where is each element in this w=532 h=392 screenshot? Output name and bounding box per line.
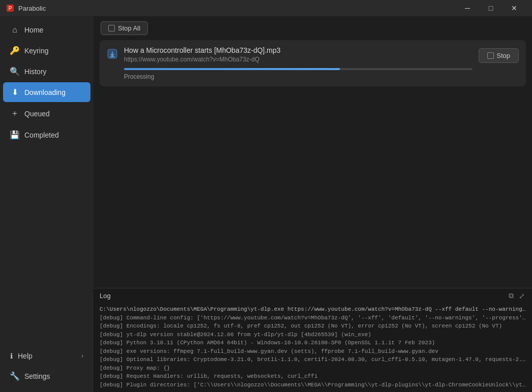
log-line: [debug] Command-line config: ['https://w… bbox=[100, 314, 526, 322]
log-line: C:\Users\nlogozzo\Documents\MEGA\Program… bbox=[100, 305, 526, 314]
sidebar-item-keyring[interactable]: 🔑 Keyring bbox=[3, 41, 90, 60]
log-popout-button[interactable]: ⧉ bbox=[508, 290, 515, 301]
sidebar-item-keyring-label: Keyring bbox=[24, 47, 48, 55]
queued-icon: ＋ bbox=[10, 108, 19, 119]
close-button[interactable]: ✕ bbox=[503, 0, 526, 16]
log-line: [debug] Proxy map: {} bbox=[100, 364, 526, 373]
download-status: Processing bbox=[124, 73, 473, 80]
log-line: [debug] Python 3.10.11 (CPython AMD64 64… bbox=[100, 339, 526, 347]
window-controls: ─ □ ✕ bbox=[456, 0, 526, 16]
stop-all-label: Stop All bbox=[118, 24, 140, 32]
help-icon: ℹ bbox=[10, 352, 13, 360]
progress-bar-background bbox=[124, 68, 473, 70]
log-title: Log bbox=[100, 292, 111, 300]
log-line: [debug] exe versions: ffmpeg 7.1-full_bu… bbox=[100, 347, 526, 356]
log-header: Log ⧉ ⤢ bbox=[93, 288, 532, 303]
download-list: How a Microcontroller starts [MhOba73z-d… bbox=[93, 40, 532, 288]
sidebar-item-downloading-label: Downloading bbox=[24, 88, 66, 96]
sidebar-bottom: ℹ Help › 🔧 Settings bbox=[3, 347, 90, 388]
log-icon-buttons: ⧉ ⤢ bbox=[508, 290, 526, 301]
stop-label: Stop bbox=[496, 52, 510, 59]
sidebar-item-downloading[interactable]: ⬇ Downloading bbox=[3, 82, 90, 102]
download-item: How a Microcontroller starts [MhOba73z-d… bbox=[100, 40, 526, 86]
log-content: C:\Users\nlogozzo\Documents\MEGA\Program… bbox=[93, 303, 532, 392]
history-icon: 🔍 bbox=[10, 67, 19, 76]
app-title: Parabolic bbox=[18, 5, 456, 12]
sidebar-item-completed[interactable]: 💾 Completed bbox=[3, 125, 90, 145]
chevron-right-icon: › bbox=[81, 352, 83, 360]
log-line: [debug] Request Handlers: urllib, reques… bbox=[100, 372, 526, 381]
sidebar-item-help[interactable]: ℹ Help › bbox=[3, 347, 90, 365]
sidebar-item-history[interactable]: 🔍 History bbox=[3, 61, 90, 81]
keyring-icon: 🔑 bbox=[10, 46, 19, 55]
sidebar: ⌂ Home 🔑 Keyring 🔍 History ⬇ Downloading… bbox=[0, 16, 93, 392]
log-line: [debug] Encodings: locale cp1252, fs utf… bbox=[100, 322, 526, 331]
download-info: How a Microcontroller starts [MhOba73z-d… bbox=[124, 46, 473, 80]
stop-checkbox bbox=[487, 52, 494, 59]
sidebar-item-home-label: Home bbox=[24, 26, 43, 34]
sidebar-item-settings[interactable]: 🔧 Settings bbox=[3, 366, 90, 386]
stop-all-button[interactable]: Stop All bbox=[101, 21, 148, 35]
log-line: [debug] yt-dlp version stable@2024.12.06… bbox=[100, 331, 526, 339]
completed-icon: 💾 bbox=[10, 130, 19, 140]
downloading-icon: ⬇ bbox=[10, 87, 19, 97]
main-layout: ⌂ Home 🔑 Keyring 🔍 History ⬇ Downloading… bbox=[0, 16, 532, 392]
sidebar-item-history-label: History bbox=[24, 68, 47, 76]
titlebar: P Parabolic ─ □ ✕ bbox=[0, 0, 532, 16]
home-icon: ⌂ bbox=[10, 25, 19, 35]
log-expand-button[interactable]: ⤢ bbox=[518, 290, 526, 301]
toolbar: Stop All bbox=[93, 16, 532, 40]
stop-button[interactable]: Stop bbox=[479, 48, 519, 63]
sidebar-item-home[interactable]: ⌂ Home bbox=[3, 20, 90, 40]
sidebar-item-settings-label: Settings bbox=[24, 372, 50, 380]
download-actions: Stop bbox=[479, 48, 519, 63]
svg-text:P: P bbox=[9, 6, 12, 11]
help-label: Help bbox=[18, 352, 33, 360]
log-line: [debug] Optional libraries: Cryptodome-3… bbox=[100, 355, 526, 364]
download-url: https://www.youtube.com/watch?v=MhOba73z… bbox=[124, 56, 473, 63]
log-line: [debug] Plugin directories: ['C:\\Users\… bbox=[100, 381, 526, 389]
minimize-button[interactable]: ─ bbox=[456, 0, 479, 16]
stop-all-checkbox bbox=[108, 25, 115, 31]
download-arrow-icon bbox=[107, 48, 118, 62]
sidebar-item-queued-label: Queued bbox=[24, 110, 50, 118]
content-area: Stop All How a Microcontroller starts [M… bbox=[93, 16, 532, 392]
app-icon: P bbox=[6, 4, 14, 12]
sidebar-item-completed-label: Completed bbox=[24, 131, 59, 139]
maximize-button[interactable]: □ bbox=[479, 0, 503, 16]
log-panel: Log ⧉ ⤢ C:\Users\nlogozzo\Documents\MEGA… bbox=[93, 288, 532, 392]
progress-bar-fill bbox=[124, 68, 340, 70]
settings-icon: 🔧 bbox=[10, 371, 19, 381]
sidebar-item-queued[interactable]: ＋ Queued bbox=[3, 103, 90, 124]
download-title: How a Microcontroller starts [MhOba73z-d… bbox=[124, 46, 473, 54]
